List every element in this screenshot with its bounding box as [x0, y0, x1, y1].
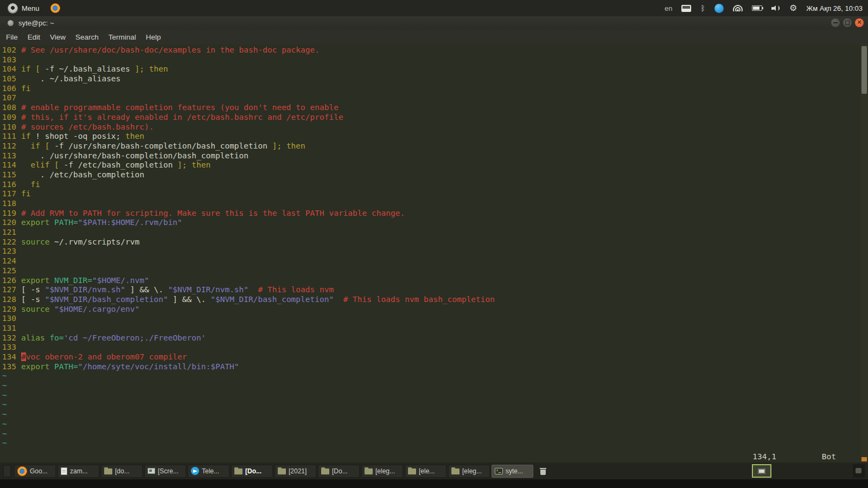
- line-number: 119: [1, 209, 16, 219]
- empty-line: ~: [1, 439, 858, 448]
- keyboard-indicator-icon[interactable]: [681, 5, 691, 12]
- line-number: 125: [1, 266, 16, 276]
- menu-search[interactable]: Search: [71, 31, 104, 43]
- wifi-icon[interactable]: [733, 5, 743, 11]
- code-line: 122source ~/.rvm/scripts/rvm: [1, 237, 858, 247]
- line-number: 132: [1, 333, 16, 343]
- code-line: 115 . /etc/bash_completion: [1, 170, 858, 180]
- menu-button[interactable]: Menu: [5, 2, 42, 15]
- taskbar-item[interactable]: [2021]: [275, 465, 316, 478]
- code-line: 105 . ~/.bash_aliases: [1, 74, 858, 84]
- code-line: 114 elif [ -f /etc/bash_completion ]; th…: [1, 160, 858, 170]
- close-button[interactable]: [855, 18, 864, 27]
- scrollbar[interactable]: [860, 44, 868, 463]
- taskbar-item[interactable]: [Scre...: [144, 465, 186, 478]
- line-number: 117: [1, 189, 16, 199]
- taskbar-item[interactable]: [eleg...: [361, 465, 403, 478]
- workspace-switcher-active[interactable]: [752, 464, 771, 478]
- line-number: 134: [1, 352, 16, 362]
- volume-icon[interactable]: [771, 5, 780, 11]
- scroll-position: Bot: [822, 452, 836, 462]
- code-line: 106fi: [1, 84, 858, 94]
- menu-file[interactable]: File: [1, 31, 23, 43]
- code-line: 129source "$HOME/.cargo/env": [1, 305, 858, 314]
- tray-corner-icon[interactable]: [853, 464, 865, 478]
- battery-icon[interactable]: [752, 5, 762, 11]
- taskbar-item[interactable]: zam...: [58, 465, 99, 478]
- bottom-strip: [0, 479, 868, 488]
- menu-terminal[interactable]: Terminal: [104, 31, 141, 43]
- code-line: 119# Add RVM to PATH for scripting. Make…: [1, 209, 858, 219]
- line-number: 126: [1, 276, 16, 286]
- taskbar-item[interactable]: [ele...: [405, 465, 446, 478]
- editor-icon: [61, 467, 67, 475]
- code-line: 117fi: [1, 189, 858, 199]
- menu-view[interactable]: View: [45, 31, 71, 43]
- line-number: 121: [1, 228, 16, 237]
- vim-statusline: 134,1 Bot: [0, 452, 860, 462]
- cursor-position: 134,1: [752, 452, 776, 462]
- line-number: 129: [1, 305, 16, 314]
- scrollbar-mark: [861, 457, 867, 461]
- taskbar-item[interactable]: Goo...: [14, 465, 56, 478]
- line-number: 105: [1, 74, 16, 84]
- taskbar-item[interactable]: [Do...: [318, 465, 360, 478]
- line-number: 110: [1, 123, 16, 132]
- taskbar-item[interactable]: [do...: [101, 465, 143, 478]
- empty-line: ~: [1, 429, 858, 439]
- terminal-window: syte@pc: ~ FileEditViewSearchTerminalHel…: [0, 16, 868, 463]
- empty-line: ~: [1, 381, 858, 391]
- code-line: 104if [ -f ~/.bash_aliases ]; then: [1, 65, 858, 74]
- line-number: 128: [1, 295, 16, 305]
- settings-gear-icon[interactable]: ⚙: [789, 4, 797, 12]
- taskbar-item-label: [ele...: [419, 467, 435, 475]
- trash-icon[interactable]: [540, 467, 546, 475]
- taskbar-item[interactable]: Tele...: [188, 465, 229, 478]
- scrollbar-thumb[interactable]: [861, 46, 867, 94]
- language-indicator[interactable]: en: [665, 4, 672, 12]
- menu-help[interactable]: Help: [141, 31, 166, 43]
- taskbar-item[interactable]: [Do...: [231, 465, 273, 478]
- code-line: 113 . /usr/share/bash-completion/bash_co…: [1, 151, 858, 161]
- folder-icon: [104, 468, 112, 474]
- line-number: 133: [1, 343, 16, 352]
- code-line: 102# See /usr/share/doc/bash-doc/example…: [1, 46, 858, 55]
- taskbar-item[interactable]: [eleg...: [448, 465, 490, 478]
- clock[interactable]: Жм Ақп 26, 10:03: [806, 4, 863, 12]
- image-icon: [148, 468, 155, 474]
- maximize-button[interactable]: [843, 18, 852, 27]
- empty-line: ~: [1, 371, 858, 381]
- taskbar-item-label: [do...: [115, 467, 130, 475]
- taskbar-item-label: syte...: [506, 467, 523, 475]
- empty-line: ~: [1, 391, 858, 401]
- terminal-screen[interactable]: 102# See /usr/share/doc/bash-doc/example…: [0, 44, 868, 463]
- code-line: 127[ -s "$NVM_DIR/nvm.sh" ] && \. "$NVM_…: [1, 285, 858, 295]
- firefox-launcher-icon[interactable]: [50, 3, 60, 13]
- folder-icon: [234, 468, 242, 474]
- messenger-tray-icon[interactable]: [714, 4, 724, 13]
- bluetooth-icon[interactable]: ᛒ: [700, 4, 705, 12]
- folder-icon: [321, 468, 329, 474]
- taskbar-item[interactable]: syte...: [492, 465, 533, 478]
- code-line: 118: [1, 199, 858, 209]
- taskbar-item-label: Tele...: [202, 467, 219, 475]
- taskbar-item-label: [Do...: [245, 467, 261, 475]
- code-line: 130: [1, 314, 858, 324]
- code-line: 128[ -s "$NVM_DIR/bash_completion" ] && …: [1, 295, 858, 305]
- minimize-button[interactable]: [831, 18, 840, 27]
- line-number: 109: [1, 113, 16, 123]
- code-line: 131: [1, 324, 858, 333]
- show-desktop-button[interactable]: [3, 465, 11, 477]
- line-number: 123: [1, 247, 16, 256]
- line-number: 103: [1, 55, 16, 65]
- code-line: 124: [1, 256, 858, 266]
- code-line: 126export NVM_DIR="$HOME/.nvm": [1, 276, 858, 286]
- code-line: 135export PATH="/home/syte/voc/install/b…: [1, 362, 858, 372]
- line-number: 135: [1, 362, 16, 372]
- menu-edit[interactable]: Edit: [23, 31, 45, 43]
- menu-label: Menu: [22, 4, 40, 12]
- code-line: 125: [1, 266, 858, 276]
- code-line: 108# enable programmable completion feat…: [1, 103, 858, 113]
- taskbar: Goo...zam...[do...[Scre...Tele...[Do...[…: [0, 463, 868, 479]
- titlebar[interactable]: syte@pc: ~: [0, 16, 868, 30]
